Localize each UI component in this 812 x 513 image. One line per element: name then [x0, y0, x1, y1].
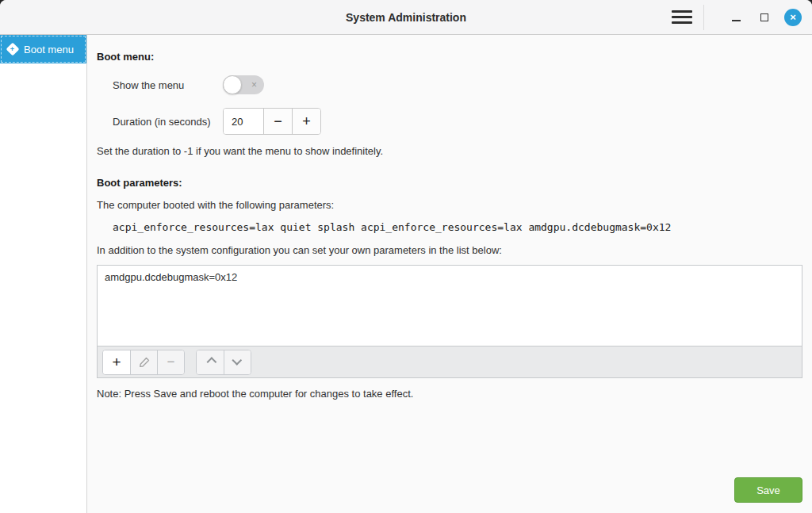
duration-increment-button[interactable]: + [292, 109, 320, 134]
duration-hint: Set the duration to -1 if you want the m… [97, 145, 802, 158]
edit-button-group: + − [102, 350, 185, 375]
system-administration-window: System Administration × + Boot menu Boot… [0, 0, 812, 513]
sidebar-item-boot-menu[interactable]: + Boot menu [0, 35, 86, 63]
custom-params-list[interactable]: amdgpu.dcdebugmask=0x12 [97, 265, 802, 346]
duration-decrement-button[interactable]: − [263, 109, 292, 134]
list-item[interactable]: amdgpu.dcdebugmask=0x12 [98, 266, 802, 289]
duration-label: Duration (in seconds) [113, 116, 223, 128]
boot-menu-icon: + [6, 43, 20, 56]
booted-with-label: The computer booted with the following p… [97, 199, 802, 212]
duration-input[interactable] [224, 109, 263, 134]
boot-menu-section-title: Boot menu: [97, 51, 802, 63]
maximize-button[interactable] [755, 8, 774, 27]
sidebar: + Boot menu [0, 35, 87, 513]
minimize-icon [732, 20, 741, 21]
pencil-icon [139, 357, 150, 368]
remove-param-button[interactable]: − [157, 350, 184, 374]
title-bar: System Administration × [0, 0, 812, 35]
sidebar-item-label: Boot menu [24, 44, 74, 56]
close-button[interactable]: × [783, 8, 802, 27]
toggle-knob [223, 75, 242, 94]
minimize-button[interactable] [726, 8, 745, 27]
params-toolbar: + − [97, 346, 802, 378]
duration-spinbox: − + [223, 108, 321, 135]
custom-params-label: In addition to the system configuration … [97, 244, 802, 257]
save-button[interactable]: Save [734, 477, 802, 503]
chevron-down-icon [232, 355, 242, 366]
save-note: Note: Press Save and reboot the computer… [97, 388, 802, 400]
content-panel: Boot menu: Show the menu × Duration (in … [87, 35, 812, 513]
boot-parameters-section-title: Boot parameters: [97, 177, 802, 190]
edit-param-button[interactable] [130, 350, 157, 374]
add-param-button[interactable]: + [103, 350, 130, 374]
chevron-up-icon [206, 357, 216, 367]
show-menu-toggle[interactable]: × [223, 75, 264, 94]
toggle-off-icon: × [251, 80, 257, 90]
minus-icon: − [167, 355, 175, 369]
show-menu-label: Show the menu [113, 79, 223, 91]
close-icon: × [790, 11, 796, 23]
menu-icon[interactable] [672, 7, 692, 28]
move-button-group [196, 350, 251, 375]
move-up-button[interactable] [197, 350, 224, 374]
booted-params-value: acpi_enforce_resources=lax quiet splash … [113, 221, 802, 234]
move-down-button[interactable] [224, 350, 251, 374]
titlebar-separator [703, 5, 704, 30]
maximize-icon [760, 13, 768, 21]
plus-icon: + [112, 354, 121, 369]
